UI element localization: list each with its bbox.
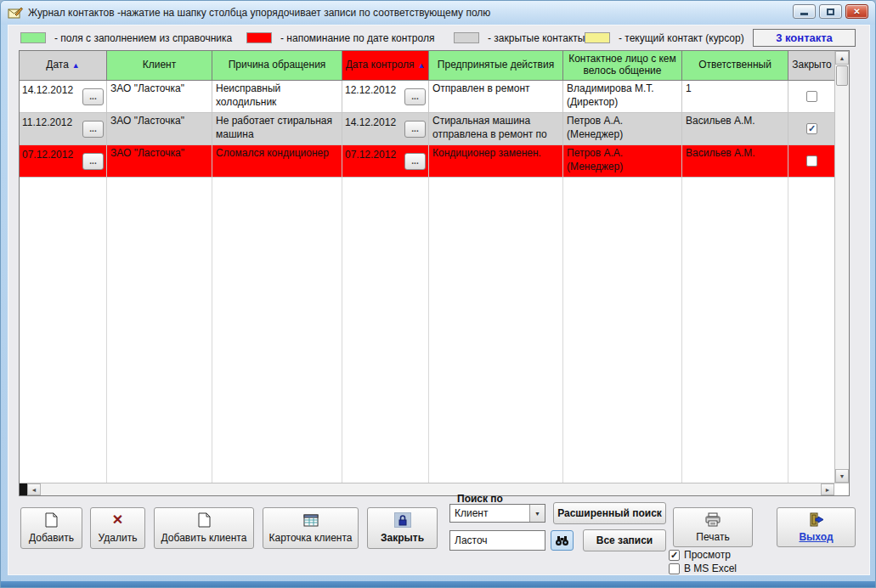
table-row[interactable]: 11.12.2012 ... ЗАО "Ласточка" Не работае… xyxy=(20,113,834,145)
search-field-select[interactable]: Клиент ▼ xyxy=(449,504,545,523)
new-document-icon xyxy=(45,512,58,528)
column-header-actions[interactable]: Предпринятые действия xyxy=(429,51,563,81)
cell-responsible: 1 xyxy=(682,81,788,112)
window-title: Журнал контактов -нажатие на шапку столб… xyxy=(28,7,490,19)
cell-contact-person: Петров А.А. (Менеджер) xyxy=(563,145,682,177)
add-client-button-label: Добавить клиента xyxy=(161,532,247,544)
preview-checkbox[interactable]: ✓ xyxy=(669,550,680,561)
table-row[interactable]: 14.12.2012 ... ЗАО "Ласточка" Неисправны… xyxy=(20,81,834,113)
closed-checkbox[interactable]: ✓ xyxy=(806,91,817,102)
all-records-label: Все записи xyxy=(596,534,653,546)
vertical-scrollbar-track[interactable] xyxy=(835,87,849,469)
legend-label-reference-fields: - поля с заполнением из справочника xyxy=(54,32,232,44)
scroll-left-button[interactable]: ◄ xyxy=(27,483,41,495)
preview-checkbox-label: Просмотр xyxy=(684,549,731,561)
preview-checkbox-row[interactable]: ✓ Просмотр xyxy=(669,549,731,561)
cell-actions: Кондиционер заменен. xyxy=(429,145,563,177)
window-controls: ✕ xyxy=(793,4,868,19)
date-picker-button[interactable]: ... xyxy=(82,121,104,138)
legend-swatch-closed-contacts xyxy=(454,32,479,43)
column-header-client[interactable]: Клиент xyxy=(107,51,212,81)
horizontal-scrollbar-track[interactable] xyxy=(41,483,821,495)
minimize-icon xyxy=(800,13,808,15)
chevron-down-icon: ▼ xyxy=(534,511,540,517)
add-client-button[interactable]: Добавить клиента xyxy=(154,507,254,549)
control-date-picker-button[interactable]: ... xyxy=(404,121,426,138)
control-date-picker-button[interactable]: ... xyxy=(404,88,426,105)
control-date-picker-button[interactable]: ... xyxy=(404,153,426,170)
scroll-right-button[interactable]: ► xyxy=(821,483,834,495)
close-contact-button[interactable]: Закрыть xyxy=(367,507,438,549)
scroll-down-button[interactable]: ▼ xyxy=(835,469,849,483)
date-picker-button[interactable]: ... xyxy=(82,153,104,170)
minimize-button[interactable] xyxy=(793,4,816,19)
closed-checkbox[interactable]: ✓ xyxy=(806,123,817,134)
cell-contact-person: Владимирова М.Т. (Директор) xyxy=(563,81,682,112)
client-area: - поля с заполнением из справочника - на… xyxy=(8,25,870,575)
add-button[interactable]: Добавить xyxy=(20,507,82,549)
cell-date: 07.12.2012 xyxy=(22,147,73,162)
column-header-control-date[interactable]: Дата контроля ▲ xyxy=(342,51,429,81)
new-document-icon xyxy=(198,512,211,528)
exit-button[interactable]: Выход xyxy=(777,507,856,547)
close-button[interactable]: ✕ xyxy=(845,4,868,19)
legend-label-closed-contacts: - закрытые контакты xyxy=(488,32,585,44)
table-row[interactable]: 07.12.2012 ... ЗАО "Ласточка" Сломался к… xyxy=(20,145,834,178)
find-button[interactable] xyxy=(551,530,574,551)
vertical-scrollbar-thumb[interactable] xyxy=(836,65,848,86)
scroll-right-icon: ► xyxy=(825,487,831,493)
binoculars-icon xyxy=(555,533,569,548)
cell-control-date: 12.12.2012 xyxy=(345,82,396,98)
closed-checkbox[interactable]: ✓ xyxy=(806,155,817,167)
delete-x-icon: ✕ xyxy=(112,512,123,528)
all-records-button[interactable]: Все записи xyxy=(583,529,666,551)
printer-icon xyxy=(704,512,721,527)
cell-date: 11.12.2012 xyxy=(22,115,72,130)
close-contact-button-label: Закрыть xyxy=(381,532,424,544)
cell-contact-person: Петров А.А. (Менеджер) xyxy=(563,113,682,144)
add-button-label: Добавить xyxy=(29,532,74,544)
column-header-closed[interactable]: Закрыто xyxy=(788,51,836,81)
vertical-scrollbar[interactable]: ▲ ▼ xyxy=(834,51,849,483)
delete-button[interactable]: ✕ Удалить xyxy=(90,507,145,549)
card-table-icon xyxy=(303,512,319,528)
cell-responsible: Васильев А.М. xyxy=(682,145,788,177)
legend-label-current-contact: - текущий контакт (курсор) xyxy=(619,32,744,44)
grid-header-row: Дата ▲ Клиент Причина обращения Дата кон… xyxy=(20,51,834,81)
excel-checkbox[interactable]: ✓ xyxy=(669,563,680,574)
grid-indicator-edge xyxy=(20,483,27,495)
advanced-search-button[interactable]: Расширенный поиск xyxy=(553,502,666,524)
client-card-button-label: Карточка клиента xyxy=(268,532,352,544)
title-bar[interactable]: Журнал контактов -нажатие на шапку столб… xyxy=(1,1,875,25)
print-button-label: Печать xyxy=(696,531,729,543)
excel-checkbox-row[interactable]: ✓ В MS Excel xyxy=(669,563,737,574)
column-header-responsible[interactable]: Ответственный xyxy=(682,51,788,81)
column-header-reason[interactable]: Причина обращения xyxy=(212,51,342,81)
check-icon: ✓ xyxy=(670,551,678,560)
client-card-button[interactable]: Карточка клиента xyxy=(263,507,359,549)
ellipsis-icon: ... xyxy=(411,124,418,133)
excel-checkbox-label: В MS Excel xyxy=(684,563,737,574)
print-button[interactable]: Печать xyxy=(673,507,753,547)
window-bottom-edge xyxy=(1,581,875,587)
search-input[interactable] xyxy=(449,530,545,551)
column-header-date[interactable]: Дата ▲ xyxy=(20,51,107,81)
cell-reason: Сломался кондиционер xyxy=(212,145,342,177)
sort-asc-icon: ▲ xyxy=(417,61,425,70)
cell-control-date: 07.12.2012 xyxy=(345,147,396,162)
search-by-label: Поиск по xyxy=(457,493,503,505)
maximize-button[interactable] xyxy=(819,4,842,19)
advanced-search-label: Расширенный поиск xyxy=(557,507,662,519)
close-icon: ✕ xyxy=(853,8,860,16)
exit-button-label: Выход xyxy=(799,531,833,543)
exit-door-icon xyxy=(809,512,824,527)
ellipsis-icon: ... xyxy=(411,92,418,101)
cell-reason: Не работает стиральная машина xyxy=(212,113,342,144)
date-picker-button[interactable]: ... xyxy=(82,88,104,105)
scrollbar-corner xyxy=(834,483,849,495)
column-header-contact-person[interactable]: Контактное лицо с кем велось общение xyxy=(563,51,682,81)
app-icon xyxy=(8,6,23,20)
dropdown-button[interactable]: ▼ xyxy=(529,505,545,522)
app-window: Журнал контактов -нажатие на шапку столб… xyxy=(0,0,876,588)
scroll-up-button[interactable]: ▲ xyxy=(835,51,849,65)
